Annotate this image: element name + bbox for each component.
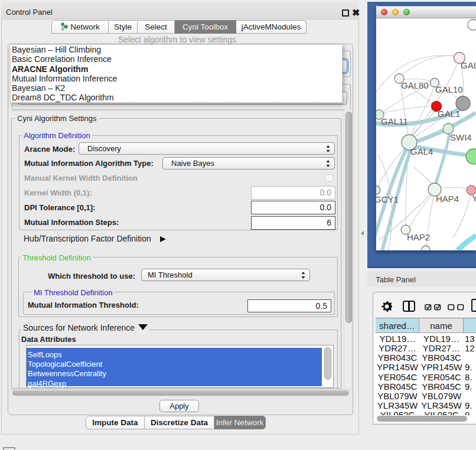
svg-text:HAP2: HAP2 [407, 232, 430, 242]
svg-text:GAL: GAL [461, 60, 476, 70]
svg-text:GAL11: GAL11 [381, 116, 408, 126]
svg-text:GAL10: GAL10 [435, 84, 463, 94]
svg-text:GCY1: GCY1 [376, 194, 399, 204]
svg-text:SWI4: SWI4 [450, 132, 472, 142]
svg-text:HAP4: HAP4 [436, 194, 459, 204]
svg-text:Y: Y [472, 193, 476, 203]
svg-text:GAL4: GAL4 [410, 146, 433, 156]
svg-text:GAL1: GAL1 [438, 109, 460, 119]
svg-text:GAL80: GAL80 [401, 80, 429, 90]
